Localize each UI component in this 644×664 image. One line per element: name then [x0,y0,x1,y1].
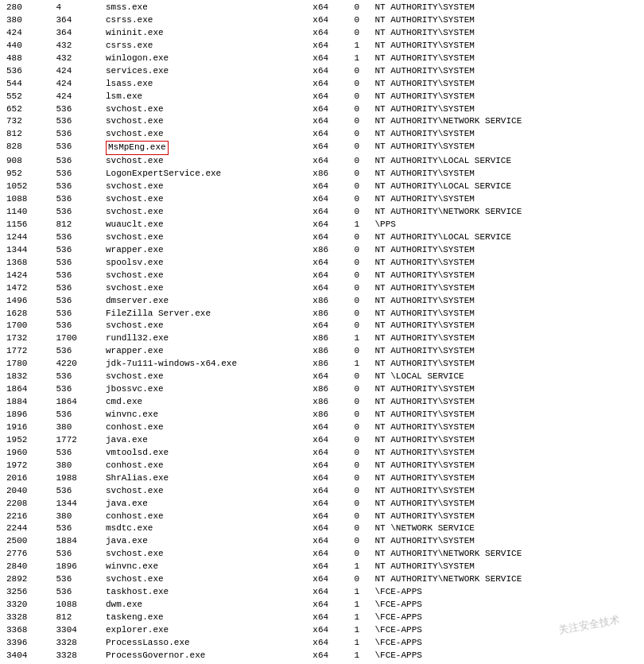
table-row: 1140536svchost.exex640NT AUTHORITY\NETWO… [3,206,641,219]
cell-pid: 1772 [3,345,52,358]
cell-session: 0 [351,511,371,523]
cell-arch: x64 [309,535,351,548]
table-row: 33201088dwm.exex641 \FCE-APPS [3,599,641,612]
cell-arch: x64 [309,128,351,141]
cell-name: jbossvc.exe [103,383,309,396]
cell-arch: x64 [309,91,351,103]
cell-name: svchost.exe [103,115,309,128]
cell-name: svchost.exe [103,548,309,561]
cell-session: 0 [351,65,371,78]
cell-ppid: 536 [52,548,102,561]
cell-pid: 1052 [3,181,52,193]
cell-pid: 440 [3,40,52,52]
table-row: 488432winlogon.exex641NT AUTHORITY\SYSTE… [3,52,641,65]
cell-name: services.exe [103,65,309,78]
cell-name: cmd.exe [103,396,309,409]
cell-user: NT AUTHORITY\SYSTEM [371,78,641,91]
cell-ppid: 536 [52,282,102,295]
cell-arch: x64 [309,612,351,624]
table-row: 1972380conhost.exex640NT AUTHORITY\SYSTE… [3,460,641,472]
cell-session: 1 [351,586,371,599]
table-row: 28401896winvnc.exex641NT AUTHORITY\SYSTE… [3,561,641,573]
cell-pid: 3320 [3,599,52,612]
cell-pid: 2776 [3,548,52,561]
cell-session: 0 [351,396,371,409]
cell-user: NT AUTHORITY\NETWORK SERVICE [371,206,641,219]
cell-pid: 3328 [3,612,52,624]
table-row: 33683304explorer.exex641 \FCE-APPS [3,624,641,637]
cell-arch: x64 [309,472,351,485]
cell-user: NT AUTHORITY\NETWORK SERVICE [371,115,641,128]
cell-name: svchost.exe [103,155,309,168]
cell-session: 0 [351,447,371,460]
cell-pid: 1424 [3,270,52,282]
cell-session: 0 [351,308,371,320]
cell-pid: 3256 [3,586,52,599]
cell-pid: 732 [3,115,52,128]
table-row: 908536svchost.exex640NT AUTHORITY\LOCAL … [3,155,641,168]
cell-ppid: 3328 [52,637,102,650]
cell-user: NT AUTHORITY\SYSTEM [371,27,641,40]
cell-ppid: 536 [52,206,102,219]
cell-ppid: 364 [52,14,102,27]
table-row: 1244536svchost.exex640NT AUTHORITY\LOCAL… [3,231,641,244]
table-row: 2776536svchost.exex640NT AUTHORITY\NETWO… [3,548,641,561]
cell-arch: x86 [309,409,351,421]
table-row: 1156812wuauclt.exex641 \PPS [3,219,641,231]
cell-ppid: 1864 [52,396,102,409]
cell-session: 0 [351,434,371,447]
cell-pid: 2016 [3,472,52,485]
table-row: 20161988ShrAlias.exex640NT AUTHORITY\SYS… [3,472,641,485]
process-table: 2804smss.exex640NT AUTHORITY\SYSTEM38036… [3,2,641,662]
cell-pid: 2244 [3,522,52,535]
cell-ppid: 536 [52,231,102,244]
cell-pid: 1140 [3,206,52,219]
cell-name: svchost.exe [103,231,309,244]
cell-session: 0 [351,573,371,586]
cell-name: lsass.exe [103,78,309,91]
cell-pid: 544 [3,78,52,91]
cell-pid: 2500 [3,535,52,548]
cell-user: NT AUTHORITY\SYSTEM [371,14,641,27]
table-row: 1472536svchost.exex640NT AUTHORITY\SYSTE… [3,282,641,295]
cell-name: jdk-7u111-windows-x64.exe [103,358,309,371]
table-row: 1344536wrapper.exex860NT AUTHORITY\SYSTE… [3,244,641,257]
cell-arch: x64 [309,219,351,231]
cell-session: 0 [351,282,371,295]
cell-arch: x64 [309,421,351,434]
cell-name: svchost.exe [103,270,309,282]
cell-ppid: 812 [52,612,102,624]
table-row: 1916380conhost.exex640NT AUTHORITY\SYSTE… [3,421,641,434]
cell-ppid: 1884 [52,535,102,548]
cell-pid: 1780 [3,358,52,371]
cell-user: NT AUTHORITY\SYSTEM [371,141,641,155]
cell-session: 1 [351,219,371,231]
cell-pid: 1960 [3,447,52,460]
cell-arch: x64 [309,2,351,14]
cell-user: NT AUTHORITY\SYSTEM [371,270,641,282]
cell-session: 0 [351,181,371,193]
cell-pid: 1628 [3,308,52,320]
cell-user: NT AUTHORITY\SYSTEM [371,396,641,409]
cell-ppid: 536 [52,409,102,421]
cell-ppid: 432 [52,52,102,65]
cell-user: NT AUTHORITY\SYSTEM [371,434,641,447]
cell-pid: 1700 [3,320,52,332]
cell-arch: x86 [309,383,351,396]
cell-arch: x64 [309,522,351,535]
cell-ppid: 536 [52,308,102,320]
cell-session: 0 [351,460,371,472]
cell-name: explorer.exe [103,624,309,637]
cell-name: svchost.exe [103,181,309,193]
cell-arch: x64 [309,78,351,91]
cell-pid: 908 [3,155,52,168]
cell-pid: 2840 [3,561,52,573]
cell-arch: x64 [309,231,351,244]
cell-user: NT AUTHORITY\SYSTEM [371,257,641,270]
cell-user: NT AUTHORITY\NETWORK SERVICE [371,548,641,561]
cell-name: wininit.exe [103,27,309,40]
cell-arch: x64 [309,434,351,447]
cell-ppid: 3304 [52,624,102,637]
cell-user: NT AUTHORITY\SYSTEM [371,498,641,511]
cell-session: 1 [351,650,371,662]
